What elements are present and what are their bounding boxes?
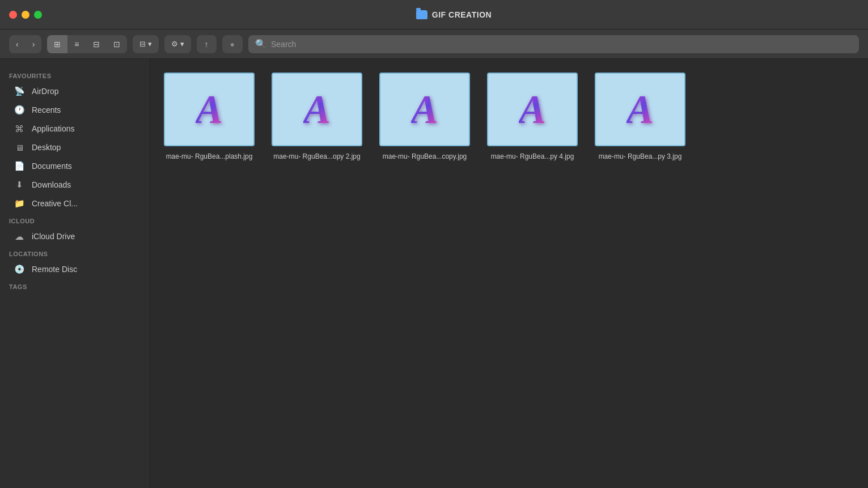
file-preview-5: A	[626, 86, 654, 133]
icloud-icon	[14, 231, 25, 242]
sidebar-label-recents: Recents	[32, 105, 61, 114]
sidebar-section-favourites: Favourites	[0, 68, 150, 82]
view-icon-grid[interactable]: ⊞	[47, 35, 67, 53]
view-icon-column[interactable]: ⊟	[86, 35, 107, 53]
desktop-icon	[14, 142, 25, 153]
file-name-1: mae-mu- RguBea...plash.jpg	[166, 152, 253, 162]
tag-button[interactable]: ●	[222, 35, 243, 53]
file-preview-1: A	[196, 86, 223, 133]
sidebar-label-applications: Applications	[32, 124, 75, 133]
maximize-button[interactable]	[34, 11, 42, 19]
search-icon: 🔍	[255, 39, 266, 49]
sidebar-item-recents[interactable]: Recents	[5, 101, 145, 119]
file-preview-2: A	[303, 86, 331, 133]
sidebar-item-creative[interactable]: Creative Cl...	[5, 194, 145, 213]
file-area: A mae-mu- RguBea...plash.jpg A mae-mu- R…	[150, 59, 868, 488]
file-name-2: mae-mu- RguBea...opy 2.jpg	[273, 152, 360, 162]
settings-button: ⚙ ▾	[164, 35, 191, 53]
group-view-icon: ⊟	[139, 40, 146, 48]
view-mode-group: ⊞ ≡ ⊟ ⊡	[47, 35, 126, 53]
sidebar-label-desktop: Desktop	[32, 143, 61, 152]
sidebar-section-icloud: iCloud	[0, 213, 150, 227]
file-item-4[interactable]: A mae-mu- RguBea...py 4.jpg	[487, 73, 578, 162]
documents-icon	[14, 160, 25, 172]
gear-icon: ⚙	[171, 40, 178, 48]
title-center: GIF CREATION	[49, 10, 859, 19]
close-button[interactable]	[9, 11, 17, 19]
file-item-3[interactable]: A mae-mu- RguBea...copy.jpg	[379, 73, 470, 162]
file-preview-3: A	[411, 86, 438, 133]
search-bar: 🔍	[248, 35, 859, 53]
toolbar: ‹ › ⊞ ≡ ⊟ ⊡ ⊟ ▾ ⚙ ▾ ↑ ● 🔍	[0, 29, 868, 59]
share-icon: ↑	[205, 40, 209, 49]
file-thumb-3: A	[379, 73, 470, 146]
search-input[interactable]	[271, 40, 852, 49]
file-name-3: mae-mu- RguBea...copy.jpg	[383, 152, 467, 162]
file-thumb-2: A	[272, 73, 362, 146]
file-thumb-1: A	[164, 73, 255, 146]
sidebar-section-locations: Locations	[0, 246, 150, 260]
sidebar-label-creative: Creative Cl...	[32, 199, 78, 208]
title-bar: GIF CREATION	[0, 0, 868, 29]
group-view-button: ⊟ ▾	[133, 35, 159, 53]
file-item-1[interactable]: A mae-mu- RguBea...plash.jpg	[164, 73, 255, 162]
applications-icon	[14, 123, 25, 134]
sidebar-item-downloads[interactable]: Downloads	[5, 176, 145, 194]
view-icon-gallery[interactable]: ⊡	[107, 35, 127, 53]
file-item-2[interactable]: A mae-mu- RguBea...opy 2.jpg	[272, 73, 362, 162]
sidebar-item-documents[interactable]: Documents	[5, 157, 145, 175]
sidebar-section-tags: Tags	[0, 279, 150, 292]
file-name-5: mae-mu- RguBea...py 3.jpg	[599, 152, 682, 162]
settings-chevron: ▾	[180, 40, 184, 48]
main-content: Favourites AirDrop Recents Applications …	[0, 59, 868, 488]
minimize-button[interactable]	[22, 11, 29, 19]
window-controls	[9, 11, 42, 19]
sidebar: Favourites AirDrop Recents Applications …	[0, 59, 150, 488]
tag-icon: ●	[230, 40, 235, 49]
sidebar-label-downloads: Downloads	[32, 180, 71, 189]
recents-icon	[14, 104, 25, 116]
sidebar-label-icloud-drive: iCloud Drive	[32, 232, 75, 241]
sidebar-item-icloud-drive[interactable]: iCloud Drive	[5, 227, 145, 245]
creative-icon	[14, 198, 25, 209]
sidebar-label-documents: Documents	[32, 162, 72, 171]
downloads-icon	[14, 179, 25, 190]
file-thumb-5: A	[595, 73, 685, 146]
forward-button[interactable]: ›	[26, 35, 42, 53]
back-button[interactable]: ‹	[9, 35, 26, 53]
nav-buttons: ‹ ›	[9, 35, 41, 53]
file-item-5[interactable]: A mae-mu- RguBea...py 3.jpg	[595, 73, 685, 162]
sidebar-label-remote-disc: Remote Disc	[32, 265, 77, 274]
sidebar-item-desktop[interactable]: Desktop	[5, 138, 145, 156]
airdrop-icon	[14, 86, 25, 97]
file-preview-4: A	[519, 86, 546, 133]
sidebar-item-remote-disc[interactable]: Remote Disc	[5, 260, 145, 278]
share-button[interactable]: ↑	[197, 35, 217, 53]
sidebar-item-airdrop[interactable]: AirDrop	[5, 82, 145, 100]
view-icon-list[interactable]: ≡	[67, 35, 86, 53]
folder-icon	[416, 10, 427, 19]
group-view-chevron: ▾	[148, 40, 152, 48]
file-name-4: mae-mu- RguBea...py 4.jpg	[491, 152, 574, 162]
remotedisc-icon	[14, 264, 25, 275]
sidebar-item-applications[interactable]: Applications	[5, 120, 145, 138]
settings-action[interactable]: ⚙ ▾	[164, 35, 191, 53]
window-title: GIF CREATION	[432, 10, 492, 19]
file-thumb-4: A	[487, 73, 578, 146]
group-view-action[interactable]: ⊟ ▾	[133, 35, 159, 53]
sidebar-label-airdrop: AirDrop	[32, 87, 58, 96]
